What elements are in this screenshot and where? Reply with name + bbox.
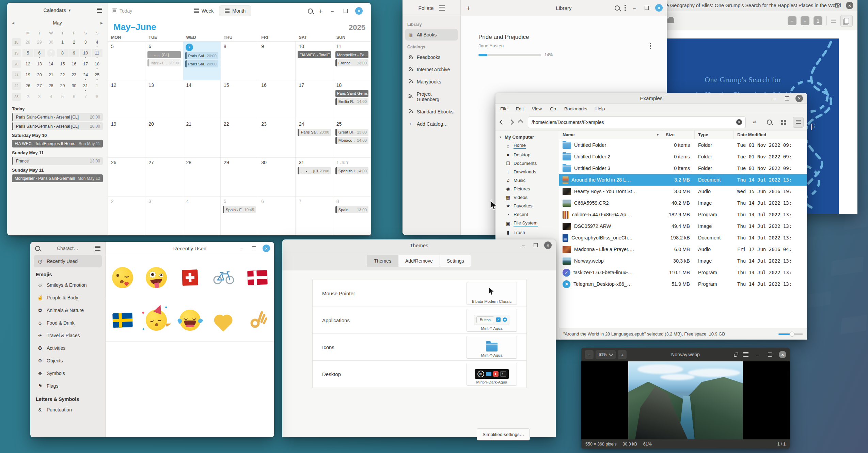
sidebar-item-documents[interactable]: ❏Documents — [495, 159, 559, 168]
calendar-day-cell[interactable]: 8 — [221, 42, 258, 80]
calendar-day-cell[interactable]: 22 — [221, 119, 258, 158]
emoji-cell[interactable] — [139, 299, 173, 342]
calendar-search-icon[interactable] — [308, 9, 313, 14]
mini-day[interactable]: 29 — [57, 82, 68, 90]
calendar-day-cell[interactable]: 12 — [108, 80, 145, 119]
agenda-event[interactable]: FIA WEC - TotalEnergies 6 Hours o…Sun Ma… — [12, 140, 103, 147]
tab-settings[interactable]: Settings — [440, 255, 471, 267]
mini-day[interactable]: 8 — [92, 93, 102, 101]
nemo-maximize-button[interactable] — [783, 95, 791, 102]
charmap-menu-icon[interactable] — [95, 246, 100, 251]
calendar-day-cell[interactable]: 3 — [145, 197, 183, 235]
calendar-day-cell[interactable]: 5Spain - F…19:45 — [221, 197, 258, 235]
reader-titlebar[interactable]: e Geography of Bliss: One Grump's Search… — [647, 0, 857, 11]
calendar-day-cell[interactable]: 11Montpellier - Pa…France13:00 — [333, 42, 371, 80]
viewer-titlebar[interactable]: − 61% + Norway.webp – × — [581, 348, 790, 362]
calendar-event[interactable]: Spain - F…19:45 — [223, 206, 256, 213]
icon-view-button[interactable] — [778, 117, 789, 127]
menu-bookmarks[interactable]: Bookmarks — [564, 106, 587, 111]
sidebar-item-catalog[interactable]: Feedbooks — [405, 51, 458, 63]
path-entry[interactable]: /home/clem/Documents/Examples × — [528, 116, 746, 128]
mini-day[interactable]: 7 — [80, 93, 91, 101]
mini-day[interactable]: 4 — [46, 93, 57, 101]
file-row[interactable]: Untitled Folder0 itemsFolderTue 01 Nov 2… — [559, 139, 807, 151]
mini-day[interactable]: 17 — [80, 60, 91, 68]
file-row[interactable]: DSC05972.ARW49.4 MBImageThu 14 Jul 2022 … — [559, 220, 807, 232]
emoji-cell[interactable] — [207, 299, 240, 342]
calendar-day-cell[interactable]: 30 — [258, 158, 296, 197]
viewer-zoom-select[interactable]: 61% — [596, 350, 616, 359]
calendar-day-cell[interactable]: 14 — [183, 80, 221, 119]
menu-file[interactable]: File — [500, 106, 508, 111]
foliate-kebab-icon[interactable] — [625, 7, 626, 9]
calendar-menu-icon[interactable] — [97, 8, 102, 13]
expander-icon[interactable]: ▼ — [499, 136, 502, 139]
emoji-cell[interactable] — [139, 256, 173, 299]
sidebar-item-smileys-emotion[interactable]: ☺Smileys & Emotion — [34, 279, 102, 291]
calendar-event[interactable]: Monaco …14:00 — [335, 137, 368, 144]
file-row[interactable]: GeographyofBliss_oneCh…198.2 kBDocumentT… — [559, 232, 807, 244]
sidebar-item-people-body[interactable]: ✌People & Body — [34, 292, 102, 304]
mini-day[interactable]: 14 — [46, 60, 57, 68]
calendar-event[interactable]: Paris Saint-Germ… — [335, 90, 368, 97]
mini-day[interactable]: 16 — [68, 60, 79, 68]
toggle-location-entry-icon[interactable]: ↵ — [750, 117, 760, 127]
file-row[interactable]: C66A5959.CR240.2 MBImageThu 14 Jul 2022 … — [559, 197, 807, 209]
calendar-event[interactable]: … - … [CL]20:00 — [298, 167, 331, 174]
calendar-day-cell[interactable]: 19 — [108, 119, 145, 158]
flag-denmark-emoji[interactable] — [248, 270, 267, 285]
calendar-close-button[interactable]: × — [355, 7, 363, 15]
agenda-event[interactable]: Paris Saint-Germain - Arsenal [CL]20:00 — [12, 122, 103, 130]
calendar-event[interactable]: Paris Sai…20:00 — [298, 129, 331, 136]
emoji-cell[interactable] — [207, 256, 240, 299]
sidebar-item-pictures[interactable]: ◉Pictures — [495, 185, 559, 193]
mini-day[interactable]: 10 — [80, 49, 91, 57]
calendar-day-cell[interactable]: 4 — [183, 197, 221, 235]
calendar-day-cell[interactable]: 5 — [108, 42, 145, 80]
charmap-maximize-button[interactable] — [250, 245, 258, 252]
emoji-cell[interactable] — [106, 299, 139, 342]
sidebar-item-desktop[interactable]: ■Desktop — [495, 151, 559, 159]
emoji-cell[interactable] — [106, 256, 139, 299]
mini-day[interactable]: 23 — [68, 71, 79, 79]
mini-day[interactable]: 27 — [34, 82, 45, 90]
mini-day[interactable]: 1 — [92, 82, 102, 90]
viewer-zoom-out-button[interactable]: − — [585, 350, 594, 359]
page-number-badge[interactable]: 1 — [814, 16, 822, 25]
yellow-heart-emoji[interactable] — [215, 311, 233, 329]
face-blowing-a-kiss-emoji[interactable] — [112, 267, 133, 288]
mini-day[interactable]: 26 — [22, 82, 33, 90]
mini-day[interactable]: 11 — [92, 49, 102, 57]
mini-day[interactable]: 31 — [80, 82, 91, 90]
agenda-event[interactable]: Paris Saint-Germain - Arsenal [CL]20:00 — [12, 113, 103, 121]
foliate-headerbar[interactable]: Foliate + Library – × — [403, 0, 667, 16]
zoom-slider[interactable] — [778, 333, 803, 335]
flag-sweden-emoji[interactable] — [113, 313, 132, 327]
calendar-maximize-button[interactable] — [342, 7, 349, 15]
mini-day[interactable]: 12 — [22, 60, 33, 68]
foliate-menu-icon[interactable] — [439, 5, 445, 11]
sidebar-my-computer[interactable]: ▼ My Computer — [495, 133, 559, 141]
tab-addremove[interactable]: Add/Remove — [398, 255, 440, 267]
mini-prev-icon[interactable]: ◂ — [12, 20, 14, 26]
partying-face-emoji[interactable] — [146, 310, 167, 331]
mini-day[interactable]: 21 — [46, 71, 57, 79]
calendar-sidebar-header[interactable]: Calendars ▼ — [12, 3, 103, 18]
sidebar-item-objects[interactable]: ⚙Objects — [34, 355, 102, 367]
ok-hand-emoji[interactable] — [248, 310, 267, 331]
calendar-day-cell[interactable]: 13 — [145, 80, 183, 119]
mini-day[interactable]: 3 — [34, 93, 45, 101]
bicycle-emoji[interactable] — [213, 269, 235, 286]
mini-day[interactable]: 20 — [34, 71, 45, 79]
mini-day[interactable]: 22 — [57, 71, 68, 79]
flag-switzerland-emoji[interactable] — [182, 270, 198, 285]
tab-themes[interactable]: Themes — [367, 255, 398, 267]
calendar-day-cell[interactable]: 17 — [296, 80, 333, 119]
calendar-day-cell[interactable]: 27 — [145, 158, 183, 197]
sidebar-item-activities[interactable]: ✪Activities — [34, 342, 102, 354]
calendar-event[interactable]: Inter - F…20:00 — [147, 59, 180, 66]
emoji-cell[interactable] — [240, 299, 274, 342]
charmap-minimize-button[interactable]: – — [238, 245, 246, 252]
sidebar-item-trash[interactable]: ▮Trash — [495, 228, 559, 237]
calendar-event[interactable]: Paris Sai…20:00 — [185, 52, 218, 59]
